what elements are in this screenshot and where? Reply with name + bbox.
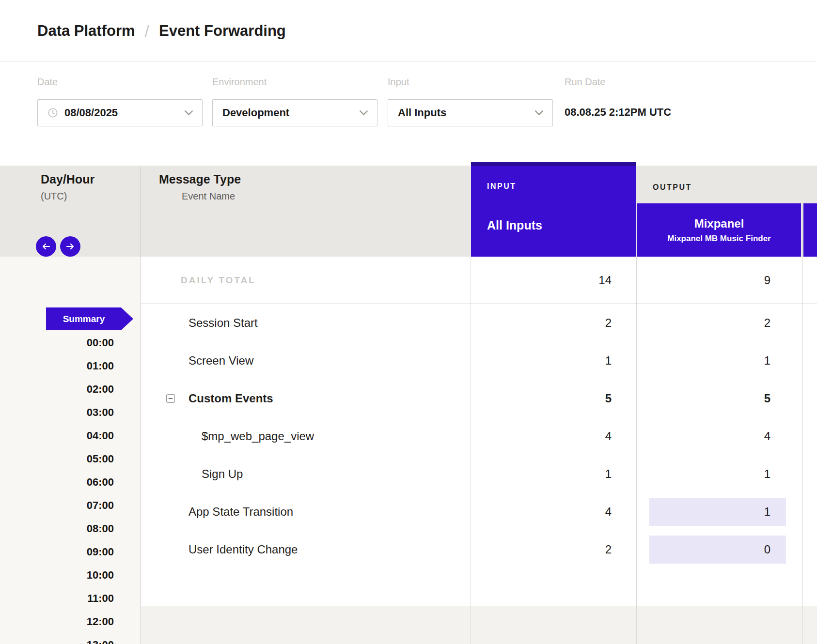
chevron-down-icon [359, 110, 368, 116]
filter-bar: Date Environment Input Run Date 08/08/20… [0, 62, 817, 166]
hour-row-00[interactable]: 00:00 [0, 336, 114, 350]
run-date-value: 08.08.25 2:12PM UTC [565, 106, 671, 119]
output-count: 5 [764, 380, 770, 417]
hour-row-02[interactable]: 02:00 [0, 382, 114, 397]
event-name: $mp_web_page_view [202, 417, 314, 455]
daily-total-input-value: 14 [598, 257, 612, 304]
input-count: 1 [605, 455, 612, 493]
event-name: Session Start [189, 304, 258, 342]
input-header-top-strip [471, 162, 636, 166]
input-select[interactable]: All Inputs [388, 99, 553, 126]
date-select[interactable]: 08/08/2025 [37, 99, 203, 126]
hour-row-04[interactable]: 04:00 [0, 429, 114, 443]
grid-bottom-band [141, 606, 817, 644]
event-name: Screen View [189, 342, 253, 380]
daily-total-label: DAILY TOTAL [181, 257, 256, 304]
breadcrumb-bar: Data Platform / Event Forwarding [0, 0, 817, 62]
date-value: 08/08/2025 [64, 107, 118, 119]
daily-total-row: DAILY TOTAL 14 9 [141, 257, 817, 304]
output-section-label: OUTPUT [653, 183, 692, 192]
hour-row-06[interactable]: 06:00 [0, 475, 114, 490]
table-row-custom-events: Custom Events 5 5 [141, 380, 817, 417]
event-name: App State Transition [189, 493, 293, 531]
table-row: Session Start 2 2 [141, 304, 817, 342]
output-column-name: Mixpanel [694, 217, 744, 230]
input-section-label: INPUT [487, 182, 517, 191]
output-column-header-next-partial[interactable] [803, 203, 817, 257]
input-count: 5 [605, 380, 612, 417]
input-count: 2 [605, 304, 612, 342]
daily-total-output-value: 9 [764, 257, 770, 304]
hour-row-07[interactable]: 07:00 [0, 498, 114, 513]
hour-row-12[interactable]: 12:00 [0, 614, 114, 629]
input-count: 2 [605, 531, 612, 568]
input-count: 4 [605, 493, 612, 531]
input-value: All Inputs [398, 107, 446, 119]
clock-icon [47, 107, 58, 118]
next-day-button[interactable] [60, 236, 80, 257]
output-count: 4 [764, 417, 770, 455]
event-name: Custom Events [189, 380, 273, 417]
event-forwarding-page: Data Platform / Event Forwarding Date En… [0, 0, 817, 644]
output-count: 0 [764, 531, 770, 568]
input-count: 4 [605, 417, 612, 455]
output-count: 2 [764, 304, 770, 342]
input-count: 1 [605, 342, 612, 380]
input-column-header[interactable]: INPUT All Inputs [471, 162, 636, 257]
table-row: Screen View 1 1 [141, 342, 817, 380]
forwarding-grid: Day/Hour (UTC) Message Type Event Name I… [0, 166, 817, 644]
environment-value: Development [222, 107, 289, 119]
input-column-name: All Inputs [487, 218, 542, 232]
breadcrumb: Data Platform / Event Forwarding [37, 0, 286, 62]
event-name: Sign Up [202, 455, 243, 493]
input-label: Input [388, 77, 409, 88]
chevron-down-icon [534, 110, 544, 116]
arrow-left-icon [42, 243, 50, 250]
event-name: User Identity Change [189, 531, 298, 568]
table-row: User Identity Change 2 0 [141, 531, 817, 568]
arrow-right-icon [66, 243, 75, 250]
summary-label: Summary [63, 314, 105, 324]
previous-day-button[interactable] [36, 236, 56, 257]
output-column-header-mixpanel[interactable]: Mixpanel Mixpanel MB Music Finder [637, 203, 801, 257]
output-count: 1 [764, 493, 770, 531]
hour-row-10[interactable]: 10:00 [0, 568, 114, 583]
summary-badge[interactable]: Summary [46, 307, 133, 330]
collapse-icon[interactable] [166, 394, 175, 403]
hour-row-11[interactable]: 11:00 [0, 591, 114, 606]
environment-label: Environment [212, 77, 267, 88]
hour-row-08[interactable]: 08:00 [0, 521, 114, 536]
hour-row-09[interactable]: 09:00 [0, 545, 114, 559]
message-type-header: Message Type [159, 172, 241, 186]
run-date-label: Run Date [565, 77, 606, 88]
day-hour-header: Day/Hour [41, 172, 94, 186]
hour-row-01[interactable]: 01:00 [0, 359, 114, 373]
minus-icon [169, 398, 173, 399]
table-row-child: Sign Up 1 1 [141, 455, 817, 493]
environment-select[interactable]: Development [212, 99, 377, 126]
output-count: 1 [764, 342, 770, 380]
breadcrumb-separator: / [145, 22, 149, 41]
breadcrumb-section[interactable]: Data Platform [37, 22, 135, 40]
hour-row-13[interactable]: 13:00 [0, 638, 114, 644]
event-name-subheader: Event Name [182, 191, 235, 202]
table-row-child: $mp_web_page_view 4 4 [141, 417, 817, 455]
date-label: Date [37, 77, 58, 88]
hour-row-03[interactable]: 03:00 [0, 405, 114, 420]
page-title: Event Forwarding [159, 22, 286, 40]
day-hour-timezone: (UTC) [41, 191, 67, 202]
hour-row-05[interactable]: 05:00 [0, 452, 114, 466]
output-count: 1 [764, 455, 770, 493]
chevron-down-icon [184, 110, 193, 116]
output-column-subname: Mixpanel MB Music Finder [667, 234, 770, 244]
table-row: App State Transition 4 1 [141, 493, 817, 531]
